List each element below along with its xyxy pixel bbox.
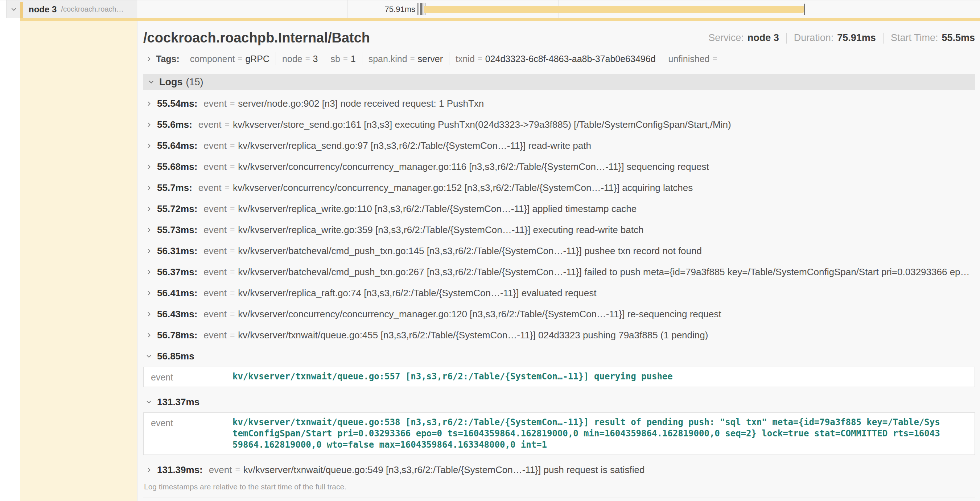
logs-footer-note: Log timestamps are relative to the start… bbox=[144, 482, 975, 491]
log-message: kv/kvserver/concurrency/concurrency_mana… bbox=[238, 309, 721, 320]
chevron-right-icon bbox=[145, 466, 152, 474]
tag-item: component=gRPC bbox=[184, 52, 276, 65]
tag-key: span.kind bbox=[369, 54, 407, 64]
log-field-key: event bbox=[198, 182, 222, 193]
log-timestamp: 56.43ms: bbox=[157, 309, 197, 320]
meta-divider bbox=[786, 33, 787, 43]
logs-header[interactable]: Logs (15) bbox=[143, 74, 975, 90]
log-timestamp: 55.64ms: bbox=[157, 140, 197, 152]
log-row[interactable]: 55.64ms:event=kv/kvserver/replica_send.g… bbox=[143, 135, 975, 156]
span-color-bar bbox=[20, 2, 23, 18]
log-row[interactable]: 56.41ms:event=kv/kvserver/replica_raft.g… bbox=[143, 282, 975, 303]
chevron-right-icon bbox=[145, 184, 152, 191]
log-message: kv/kvserver/replica_write.go:359 [n3,s3,… bbox=[238, 224, 643, 236]
log-row-expanded-header[interactable]: 131.37ms bbox=[143, 391, 975, 412]
span-name-cell[interactable]: node 3 /cockroach.roach… bbox=[7, 0, 137, 18]
span-end-marker bbox=[804, 4, 805, 15]
tag-key: node bbox=[282, 54, 302, 64]
log-row[interactable]: 56.31ms:event=kv/kvserver/batcheval/cmd_… bbox=[143, 240, 975, 262]
log-row[interactable]: 56.37ms:event=kv/kvserver/batcheval/cmd_… bbox=[143, 262, 975, 282]
duration-label: Duration: bbox=[794, 32, 834, 43]
equals-sign: = bbox=[230, 330, 235, 340]
log-field-key: event bbox=[204, 309, 227, 320]
log-row-expanded-header[interactable]: 56.85ms bbox=[143, 346, 975, 367]
log-row[interactable]: 55.68ms:event=kv/kvserver/concurrency/co… bbox=[143, 156, 975, 177]
chevron-down-icon[interactable] bbox=[10, 6, 18, 13]
timeline-gridline bbox=[887, 0, 887, 18]
main-area: /cockroach.roachpb.Internal/Batch Servic… bbox=[0, 21, 980, 501]
trace-span-row[interactable]: node 3 /cockroach.roach… 75.91ms bbox=[0, 0, 980, 18]
log-timestamp: 55.54ms: bbox=[157, 98, 197, 109]
equals-sign: = bbox=[230, 225, 235, 235]
tag-item: unfinished= bbox=[662, 52, 727, 65]
span-timeline[interactable]: 75.91ms bbox=[137, 0, 980, 18]
tag-value: 3 bbox=[313, 54, 318, 64]
log-timestamp: 56.41ms: bbox=[157, 287, 197, 299]
span-duration-bar[interactable] bbox=[424, 6, 804, 13]
log-timestamp: 55.68ms: bbox=[157, 161, 197, 172]
tag-item: span.kind=server bbox=[362, 52, 449, 65]
span-operation-name: /cockroach.roach… bbox=[61, 5, 123, 13]
log-event-value: kv/kvserver/txnwait/queue.go:538 [n3,s3,… bbox=[232, 417, 942, 450]
log-row[interactable]: 55.7ms:event=kv/kvserver/concurrency/con… bbox=[143, 177, 975, 198]
span-indent-column bbox=[20, 21, 137, 501]
log-row[interactable]: 56.43ms:event=kv/kvserver/concurrency/co… bbox=[143, 303, 975, 325]
log-field-key: event bbox=[204, 287, 227, 299]
chevron-right-icon bbox=[145, 311, 152, 318]
equals-sign: = bbox=[230, 246, 235, 256]
log-row[interactable]: 55.73ms:event=kv/kvserver/replica_write.… bbox=[143, 219, 975, 240]
chevron-down-icon[interactable] bbox=[148, 78, 155, 86]
equals-sign: = bbox=[230, 141, 235, 151]
tag-key: sb bbox=[331, 54, 340, 64]
tag-value: 024d3323-6c8f-4863-aa8b-37ab0e63496d bbox=[485, 54, 656, 64]
log-field-key: event bbox=[151, 371, 232, 383]
chevron-right-icon[interactable] bbox=[145, 56, 152, 62]
log-message: kv/kvserver/concurrency/concurrency_mana… bbox=[238, 161, 709, 172]
log-row[interactable]: 56.78ms:event=kv/kvserver/txnwait/queue.… bbox=[143, 325, 975, 346]
start-time-value: 55.5ms bbox=[942, 32, 975, 43]
log-timestamp: 56.78ms: bbox=[157, 330, 197, 341]
span-service-name: node 3 bbox=[29, 4, 57, 14]
tag-item: node=3 bbox=[276, 52, 324, 65]
chevron-right-icon bbox=[145, 332, 152, 339]
chevron-right-icon bbox=[145, 100, 152, 107]
log-field-key: event bbox=[204, 140, 227, 152]
tag-item: sb=1 bbox=[324, 52, 362, 65]
equals-sign: = bbox=[230, 162, 235, 172]
log-message: kv/kvserver/txnwait/queue.go:455 [n3,s3,… bbox=[238, 330, 708, 341]
log-row[interactable]: 55.54ms:event=server/node.go:902 [n3] no… bbox=[143, 93, 975, 114]
log-message: server/node.go:902 [n3] node received re… bbox=[238, 98, 484, 109]
log-detail-box: eventkv/kvserver/txnwait/queue.go:557 [n… bbox=[143, 367, 975, 387]
log-field-key: event bbox=[151, 417, 232, 450]
log-row[interactable]: 55.72ms:event=kv/kvserver/replica_write.… bbox=[143, 198, 975, 219]
equals-sign: = bbox=[224, 183, 229, 193]
equals-sign: = bbox=[230, 204, 235, 214]
logs-section: Logs (15) 55.54ms:event=server/node.go:9… bbox=[143, 74, 975, 497]
tag-key: unfinished bbox=[668, 54, 710, 64]
log-detail-box: eventkv/kvserver/txnwait/queue.go:538 [n… bbox=[143, 412, 975, 455]
log-timestamp: 56.37ms: bbox=[157, 266, 197, 278]
log-message: kv/kvserver/replica_raft.go:74 [n3,s3,r6… bbox=[238, 287, 596, 299]
equals-sign: = bbox=[230, 288, 235, 298]
tags-list: component=gRPCnode=3sb=1span.kind=server… bbox=[184, 52, 727, 65]
log-timestamp: 131.39ms: bbox=[157, 464, 203, 475]
tags-row[interactable]: Tags: component=gRPCnode=3sb=1span.kind=… bbox=[143, 52, 975, 65]
equals-sign: = bbox=[343, 54, 348, 64]
service-value: node 3 bbox=[748, 32, 779, 43]
equals-sign: = bbox=[305, 54, 310, 64]
tag-value: gRPC bbox=[245, 54, 269, 64]
chevron-right-icon bbox=[145, 163, 152, 170]
chevron-down-icon bbox=[145, 353, 152, 360]
equals-sign: = bbox=[230, 99, 235, 108]
log-timestamp: 56.31ms: bbox=[157, 246, 197, 257]
equals-sign: = bbox=[224, 120, 229, 129]
tags-label: Tags: bbox=[156, 54, 180, 64]
chevron-right-icon bbox=[145, 206, 152, 212]
log-message: kv/kvserver/replica_send.go:97 [n3,s3,r6… bbox=[238, 140, 591, 152]
log-row[interactable]: 131.39ms:event=kv/kvserver/txnwait/queue… bbox=[143, 459, 975, 480]
log-event-value: kv/kvserver/txnwait/queue.go:557 [n3,s3,… bbox=[232, 371, 673, 383]
service-label: Service: bbox=[708, 32, 744, 43]
log-field-key: event bbox=[209, 464, 232, 475]
chevron-right-icon bbox=[145, 290, 152, 297]
log-row[interactable]: 55.6ms:event=kv/kvserver/store_send.go:1… bbox=[143, 114, 975, 135]
